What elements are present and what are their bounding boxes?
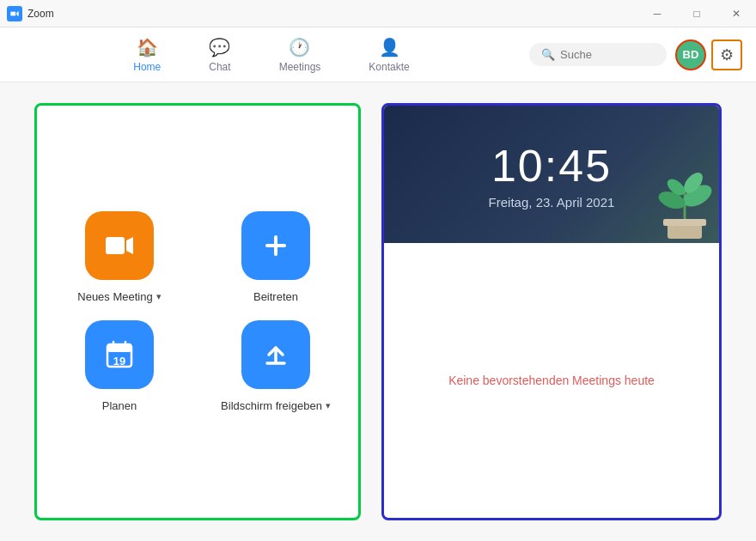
plan-button[interactable]: 19 Planen <box>54 320 185 412</box>
contacts-icon: 👤 <box>379 37 400 58</box>
nav-tabs: 🏠 Home 💬 Chat 🕐 Meetings 👤 Kontakte <box>14 30 529 80</box>
new-meeting-icon <box>85 211 154 280</box>
left-panel: Neues Meeting ▾ Beitreten 19 <box>34 103 361 520</box>
join-icon <box>241 211 310 280</box>
calendar-header: 10:45 Freitag, 23. April 2021 <box>384 106 719 243</box>
nav-bar: 🏠 Home 💬 Chat 🕐 Meetings 👤 Kontakte 🔍 BD… <box>0 27 756 82</box>
svg-marker-1 <box>126 237 133 254</box>
svg-rect-0 <box>106 237 125 254</box>
share-screen-icon <box>241 320 310 389</box>
calendar-time: 10:45 <box>491 140 612 191</box>
title-bar: Zoom ─ □ ✕ <box>0 0 756 27</box>
join-label: Beitreten <box>253 290 298 303</box>
svg-rect-12 <box>663 219 706 226</box>
join-button[interactable]: Beitreten <box>210 211 341 303</box>
new-meeting-label: Neues Meeting ▾ <box>77 290 161 303</box>
home-icon: 🏠 <box>137 37 158 58</box>
new-meeting-chevron: ▾ <box>156 291 162 302</box>
avatar-button[interactable]: BD <box>675 40 706 70</box>
close-button[interactable]: ✕ <box>716 0 756 27</box>
meetings-tab-label: Meetings <box>279 61 321 73</box>
home-tab-label: Home <box>133 61 161 73</box>
right-panel: 10:45 Freitag, 23. April 2021 Keine bevo… <box>381 103 722 520</box>
search-input[interactable] <box>560 48 655 61</box>
new-meeting-button[interactable]: Neues Meeting ▾ <box>54 211 185 303</box>
svg-rect-5 <box>107 344 131 352</box>
no-meetings-text: Keine bevorstehenden Meetings heute <box>448 374 655 387</box>
tab-home[interactable]: 🏠 Home <box>123 30 171 80</box>
maximize-button[interactable]: □ <box>677 0 716 27</box>
zoom-logo-icon <box>7 6 22 21</box>
settings-button[interactable]: ⚙ <box>711 40 742 70</box>
tab-chat[interactable]: 💬 Chat <box>198 30 241 80</box>
meetings-icon: 🕐 <box>289 37 310 58</box>
window-controls: ─ □ ✕ <box>637 0 756 27</box>
share-screen-button[interactable]: Bildschirm freigeben ▾ <box>210 320 341 412</box>
share-screen-label: Bildschirm freigeben ▾ <box>221 399 331 412</box>
search-bar: 🔍 <box>529 43 667 66</box>
svg-text:19: 19 <box>113 355 125 368</box>
calendar-body: Keine bevorstehenden Meetings heute <box>384 243 719 518</box>
contacts-tab-label: Kontakte <box>369 61 409 73</box>
app-logo: Zoom <box>7 6 54 21</box>
gear-icon: ⚙ <box>720 46 734 64</box>
share-screen-chevron: ▾ <box>326 400 331 411</box>
main-content: Neues Meeting ▾ Beitreten 19 <box>0 82 756 541</box>
chat-tab-label: Chat <box>209 61 230 73</box>
plan-icon: 19 <box>85 320 154 389</box>
tab-contacts[interactable]: 👤 Kontakte <box>358 30 419 80</box>
plant-decoration <box>650 157 719 243</box>
search-icon: 🔍 <box>541 48 555 61</box>
minimize-button[interactable]: ─ <box>637 0 677 27</box>
tab-meetings[interactable]: 🕐 Meetings <box>269 30 332 80</box>
app-title: Zoom <box>27 8 54 20</box>
plan-label: Planen <box>102 399 137 412</box>
calendar-date: Freitag, 23. April 2021 <box>489 195 615 210</box>
chat-icon: 💬 <box>209 37 230 58</box>
